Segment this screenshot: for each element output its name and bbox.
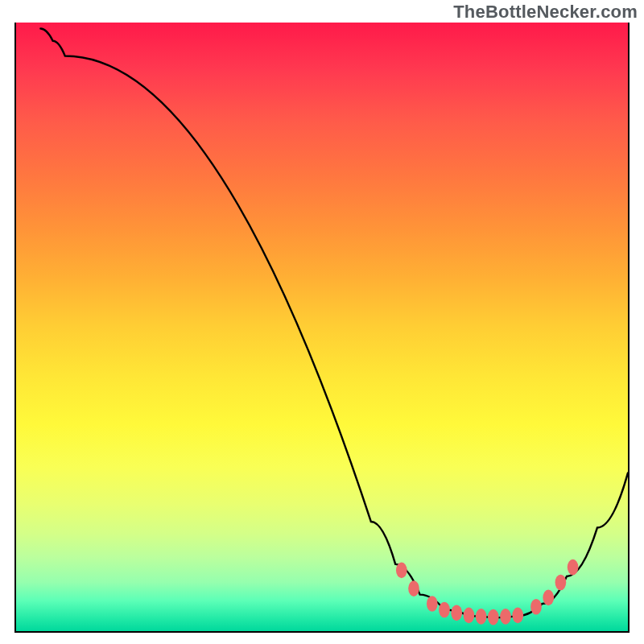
watermark-text: TheBottleNecker.com [453,2,638,23]
curve-marker [500,609,511,625]
curve-marker [427,596,438,612]
plot-area [14,23,630,633]
curve-marker [396,563,407,579]
curve-marker [488,609,499,625]
curve-marker [464,608,475,624]
curve-marker [476,609,487,625]
curve-marker [408,580,419,597]
curve-marker [543,590,554,606]
curve-marker [451,605,462,621]
bottleneck-curve [40,29,628,618]
curve-marker [530,599,542,615]
chart-container: TheBottleNecker.com [0,0,644,644]
curve-markers [396,559,578,625]
chart-svg [16,23,628,631]
curve-marker [512,608,523,624]
curve-marker [568,559,579,576]
curve-marker [439,602,450,618]
curve-marker [555,575,567,591]
